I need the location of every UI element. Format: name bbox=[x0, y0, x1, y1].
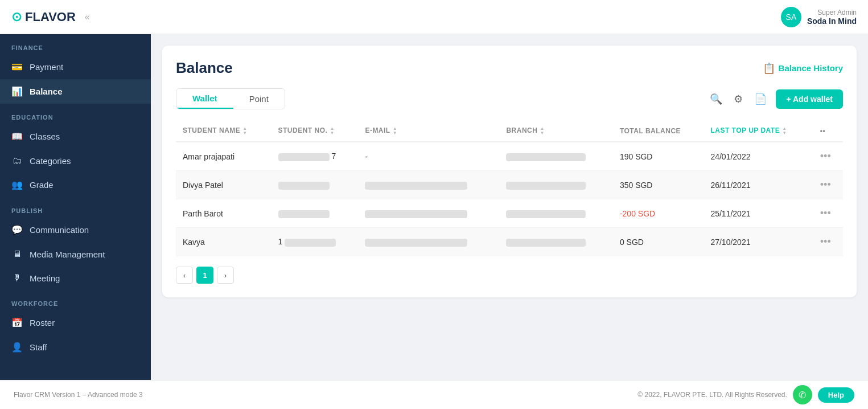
sidebar-section-workforce: WORKFORCE bbox=[0, 290, 151, 310]
student-no bbox=[271, 171, 359, 199]
sidebar-label-grade: Grade bbox=[30, 180, 54, 190]
row-actions[interactable]: ••• bbox=[813, 171, 843, 199]
student-branch bbox=[499, 142, 612, 171]
sidebar-label-staff: Staff bbox=[30, 342, 47, 352]
balance-history-button[interactable]: 📋 Balance History bbox=[763, 62, 843, 75]
col-actions: •• bbox=[813, 121, 843, 142]
staff-icon: 👤 bbox=[11, 342, 23, 353]
sidebar-label-communication: Communication bbox=[30, 225, 89, 235]
sidebar-item-staff[interactable]: 👤Staff bbox=[0, 335, 151, 359]
sidebar-label-categories: Categories bbox=[30, 156, 71, 166]
row-actions[interactable]: ••• bbox=[813, 142, 843, 171]
page-title: Balance bbox=[176, 59, 233, 77]
total-balance: -200 SGD bbox=[613, 199, 704, 228]
communication-icon: 💬 bbox=[11, 224, 23, 235]
col-student_name[interactable]: STUDENT NAME▲▼ bbox=[176, 121, 271, 142]
sidebar-item-meeting[interactable]: 🎙Meeting bbox=[0, 266, 151, 290]
total-balance: 190 SGD bbox=[613, 142, 704, 171]
sidebar-label-classes: Classes bbox=[30, 132, 60, 141]
avatar: SA bbox=[781, 7, 801, 27]
table-row: Kavya1 0 SGD27/10/2021••• bbox=[176, 228, 843, 256]
student-branch bbox=[499, 171, 612, 199]
col-total_balance: TOTAL BALANCE bbox=[613, 121, 704, 142]
student-name: Kavya bbox=[176, 228, 271, 256]
sort-icon-branch: ▲▼ bbox=[540, 126, 544, 136]
tabs: WalletPoint bbox=[176, 88, 285, 109]
add-wallet-button[interactable]: + Add wallet bbox=[776, 89, 843, 109]
sort-icon-student_no: ▲▼ bbox=[330, 126, 334, 136]
student-no: 1 bbox=[271, 228, 359, 256]
student-name: Amar prajapati bbox=[176, 142, 271, 171]
sidebar-item-grade[interactable]: 👥Grade bbox=[0, 173, 151, 197]
student-name: Parth Barot bbox=[176, 199, 271, 228]
sidebar-label-payment: Payment bbox=[30, 62, 63, 72]
pagination-next[interactable]: › bbox=[217, 267, 234, 284]
col-branch[interactable]: BRANCH▲▼ bbox=[499, 121, 612, 142]
student-branch bbox=[499, 199, 612, 228]
student-no: 7 bbox=[271, 142, 359, 171]
media-management-icon: 🖥 bbox=[11, 249, 23, 259]
help-button[interactable]: Help bbox=[818, 387, 854, 403]
search-icon: 🔍 bbox=[710, 93, 722, 105]
logo-icon: ⊙ bbox=[11, 10, 22, 24]
last-top-up-date: 26/11/2021 bbox=[704, 171, 813, 199]
footer-version: Flavor CRM Version 1 – Advanced mode 3 bbox=[14, 391, 143, 399]
sidebar: FINANCE💳Payment📊BalanceEDUCATION📖Classes… bbox=[0, 34, 151, 380]
col-last_top_up_date[interactable]: LAST TOP UP DATE▲▼ bbox=[704, 121, 813, 142]
col-email[interactable]: E-MAIL▲▼ bbox=[358, 121, 499, 142]
balance-icon: 📊 bbox=[11, 86, 23, 97]
pagination: ‹ 1 › bbox=[176, 267, 843, 284]
tab-point[interactable]: Point bbox=[233, 89, 285, 109]
table-row: Parth Barot-200 SGD25/11/2021••• bbox=[176, 199, 843, 228]
sidebar-section-education: EDUCATION bbox=[0, 104, 151, 124]
footer-right: © 2022, FLAVOR PTE. LTD. All Rights Rese… bbox=[637, 385, 854, 404]
roster-icon: 📅 bbox=[11, 317, 23, 328]
sidebar-label-media-management: Media Management bbox=[30, 250, 105, 259]
footer: Flavor CRM Version 1 – Advanced mode 3 ©… bbox=[0, 380, 868, 409]
logo: ⊙ FLAVOR bbox=[11, 10, 76, 24]
meeting-icon: 🎙 bbox=[11, 273, 23, 283]
pagination-page-1[interactable]: 1 bbox=[196, 267, 213, 284]
student-email bbox=[358, 199, 499, 228]
layout: FINANCE💳Payment📊BalanceEDUCATION📖Classes… bbox=[0, 34, 868, 380]
search-button[interactable]: 🔍 bbox=[707, 91, 725, 108]
sidebar-item-media-management[interactable]: 🖥Media Management bbox=[0, 242, 151, 266]
tab-actions: 🔍 ⚙ 📄 + Add wallet bbox=[707, 89, 843, 109]
payment-icon: 💳 bbox=[11, 62, 23, 72]
filter-button[interactable]: ⚙ bbox=[731, 91, 745, 108]
whatsapp-button[interactable]: ✆ bbox=[793, 385, 812, 404]
user-name: Soda In Mind bbox=[807, 17, 857, 26]
sidebar-item-balance[interactable]: 📊Balance bbox=[0, 79, 151, 104]
export-button[interactable]: 📄 bbox=[752, 91, 769, 108]
total-balance: 350 SGD bbox=[613, 171, 704, 199]
student-email bbox=[358, 228, 499, 256]
grade-icon: 👥 bbox=[11, 179, 23, 190]
row-actions[interactable]: ••• bbox=[813, 228, 843, 256]
sidebar-item-roster[interactable]: 📅Roster bbox=[0, 310, 151, 335]
categories-icon: 🗂 bbox=[11, 156, 23, 166]
collapse-button[interactable]: « bbox=[85, 12, 90, 22]
sidebar-item-classes[interactable]: 📖Classes bbox=[0, 124, 151, 149]
classes-icon: 📖 bbox=[11, 131, 23, 142]
sidebar-item-categories[interactable]: 🗂Categories bbox=[0, 149, 151, 173]
student-email: - bbox=[358, 142, 499, 171]
logo-area: ⊙ FLAVOR « bbox=[11, 10, 90, 24]
student-name: Divya Patel bbox=[176, 171, 271, 199]
table-row: Divya Patel350 SGD26/11/2021••• bbox=[176, 171, 843, 199]
col-student_no[interactable]: STUDENT NO.▲▼ bbox=[271, 121, 359, 142]
sidebar-label-balance: Balance bbox=[30, 87, 63, 96]
student-email bbox=[358, 171, 499, 199]
sidebar-item-payment[interactable]: 💳Payment bbox=[0, 55, 151, 79]
sidebar-item-communication[interactable]: 💬Communication bbox=[0, 218, 151, 242]
export-icon: 📄 bbox=[754, 93, 767, 105]
tabs-row: WalletPoint 🔍 ⚙ 📄 + Add wallet bbox=[176, 88, 843, 109]
tab-wallet[interactable]: Wallet bbox=[176, 89, 233, 109]
row-actions[interactable]: ••• bbox=[813, 199, 843, 228]
sidebar-label-meeting: Meeting bbox=[30, 273, 60, 283]
balance-history-icon: 📋 bbox=[763, 62, 775, 75]
pagination-prev[interactable]: ‹ bbox=[176, 267, 193, 284]
student-no bbox=[271, 199, 359, 228]
sidebar-label-roster: Roster bbox=[30, 318, 55, 328]
user-role: Super Admin bbox=[807, 9, 857, 17]
main-content: Balance 📋 Balance History WalletPoint 🔍 … bbox=[151, 34, 868, 380]
